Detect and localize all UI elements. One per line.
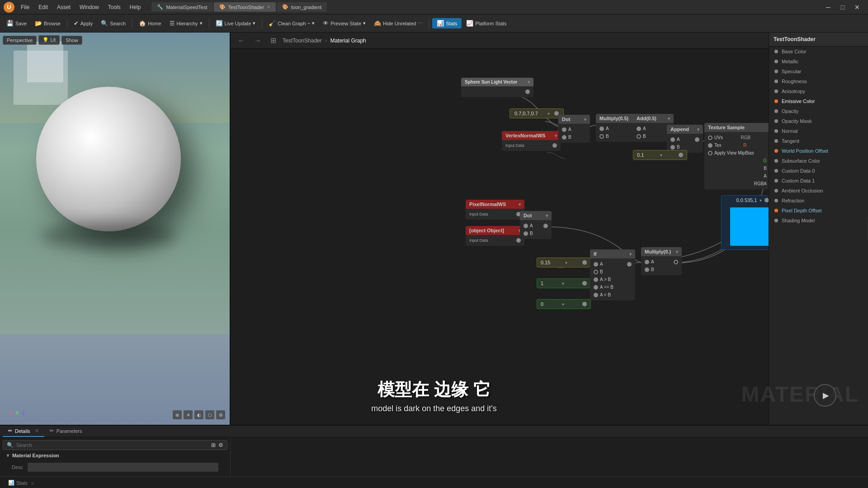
viewport-mode-button[interactable]: Perspective bbox=[3, 36, 37, 45]
palette-pixel-depth[interactable]: Pixel Depth Offset bbox=[769, 206, 868, 216]
node-append[interactable]: Append ▾ A B bbox=[667, 125, 703, 153]
node-sphere-sun-light[interactable]: Sphere Sun Light Vector ▾ bbox=[461, 78, 533, 97]
expand-icon[interactable]: ▾ bbox=[676, 249, 678, 254]
expand-icon[interactable]: ▾ bbox=[760, 198, 762, 203]
palette-label: Normal bbox=[782, 128, 797, 134]
viewport-icon-1[interactable]: ⊕ bbox=[173, 410, 182, 419]
palette-dot bbox=[774, 209, 778, 212]
play-icon: ▶ bbox=[823, 390, 829, 400]
tab-materialspeedtest[interactable]: 🔧 MaterialSpeedTest bbox=[151, 2, 212, 12]
desc-value[interactable] bbox=[28, 463, 218, 472]
expand-icon[interactable]: ▾ bbox=[668, 116, 670, 121]
expand-icon[interactable]: ▾ bbox=[565, 260, 567, 265]
platform-stats-button[interactable]: 📈 Platform Stats bbox=[462, 18, 510, 28]
graph-back-button[interactable]: ← bbox=[235, 36, 248, 46]
maximize-button[interactable]: □ bbox=[835, 2, 850, 12]
details-content: 🔍 ⊞ ⚙ ▼ Material Expression Desc bbox=[0, 437, 231, 476]
expand-icon[interactable]: ▾ bbox=[546, 213, 548, 218]
node-texture-sample[interactable]: Texture Sample ▾ UVs RGB Tex R bbox=[704, 123, 777, 189]
viewport-lighting-button[interactable]: 💡 Lit bbox=[38, 35, 60, 45]
palette-world-pos[interactable]: World Position Offset bbox=[769, 146, 868, 156]
expand-icon[interactable]: ▾ bbox=[584, 117, 586, 122]
close-button[interactable]: ✕ bbox=[850, 2, 864, 12]
close-icon[interactable]: ✕ bbox=[35, 428, 39, 434]
graph-forward-button[interactable]: → bbox=[251, 36, 264, 46]
tab-testtoonshadertab[interactable]: 🎨 TestToonShader ✕ bbox=[214, 2, 276, 12]
menu-edit[interactable]: Edit bbox=[37, 3, 50, 11]
pin-aeqb: A == B bbox=[590, 283, 635, 291]
menu-help[interactable]: Help bbox=[128, 3, 143, 11]
node-graph[interactable]: ← → ⊞ TestToonShader › Material Graph Zo… bbox=[231, 33, 868, 425]
tab-close[interactable]: ✕ bbox=[267, 5, 270, 9]
toggle-icon[interactable]: ▼ bbox=[5, 453, 10, 458]
video-play-button[interactable]: ▶ bbox=[814, 384, 836, 407]
palette-dot bbox=[774, 119, 778, 123]
node-camera-vector[interactable]: [object Object] ▾ Input Data bbox=[466, 226, 524, 246]
clean-graph-button[interactable]: 🧹 Clean Graph ~ ▾ bbox=[265, 18, 318, 28]
search-button[interactable]: 🔍 Search bbox=[97, 18, 129, 28]
node-val-07[interactable]: 0.7,0.7,0.7 ▾ bbox=[509, 108, 564, 118]
expand-icon[interactable]: ▾ bbox=[629, 252, 632, 257]
node-multiply0[interactable]: Multiply(0.) ▾ A B bbox=[641, 247, 682, 275]
palette-emissive[interactable]: Emissive Color bbox=[769, 96, 868, 106]
scene-view[interactable]: Perspective 💡 Lit Show X Y Z ⊕ ☀ ◐ ⬡ bbox=[0, 33, 230, 425]
expand-icon[interactable]: ▾ bbox=[562, 302, 564, 307]
output-dot bbox=[674, 260, 678, 264]
minimize-button[interactable]: ─ bbox=[821, 2, 835, 12]
node-dot1[interactable]: Dot ▾ A B bbox=[558, 115, 590, 143]
node-val-01[interactable]: 0.1 ▾ bbox=[633, 150, 687, 160]
breadcrumb-root[interactable]: TestToonShader bbox=[283, 38, 322, 44]
save-button[interactable]: 💾 Save bbox=[3, 18, 30, 28]
stats-button[interactable]: 📊 Stats bbox=[432, 18, 462, 28]
pin-agb: A > B bbox=[590, 276, 635, 283]
viewport-icon-5[interactable]: ⚙ bbox=[216, 410, 225, 419]
output-dot bbox=[582, 302, 587, 306]
menu-tools[interactable]: Tools bbox=[106, 3, 123, 11]
menu-file[interactable]: File bbox=[19, 3, 31, 11]
expand-icon[interactable]: ▾ bbox=[519, 202, 521, 207]
browse-button[interactable]: 📂 Browse bbox=[31, 18, 64, 28]
node-if[interactable]: If ▾ A B A > B bbox=[590, 249, 635, 300]
tab-parameters[interactable]: ✏ Parameters bbox=[44, 426, 88, 437]
node-val-0[interactable]: 0 ▾ bbox=[537, 299, 591, 309]
tab-details[interactable]: ✏ Details ✕ bbox=[3, 426, 44, 437]
stats-close-icon[interactable]: x bbox=[31, 480, 34, 486]
viewport-icon-3[interactable]: ◐ bbox=[194, 410, 203, 419]
palette-refraction: Refraction bbox=[769, 196, 868, 206]
node-dot2[interactable]: Dot ▾ A B bbox=[520, 211, 552, 239]
tab-toon-gradient[interactable]: 🎨 toon_gradient bbox=[277, 2, 327, 12]
expand-icon[interactable]: ▾ bbox=[660, 153, 662, 158]
grid-icon[interactable]: ⊞ bbox=[211, 442, 216, 448]
expand-icon[interactable]: ▾ bbox=[697, 127, 699, 132]
input-dot-a bbox=[637, 127, 641, 131]
node-val-015[interactable]: 0.15 ▾ bbox=[537, 258, 591, 267]
palette-dot bbox=[774, 199, 778, 202]
menu-asset[interactable]: Asset bbox=[55, 3, 72, 11]
hierarchy-button[interactable]: ☰ Hierarchy ▾ bbox=[166, 18, 206, 28]
expand-icon[interactable]: ▾ bbox=[562, 281, 564, 286]
details-search-input[interactable] bbox=[16, 442, 208, 448]
live-update-button[interactable]: 🔄 Live Update ▾ bbox=[212, 18, 259, 28]
hide-unrelated-button[interactable]: 🙈 Hide Unrelated ⋯ bbox=[370, 18, 426, 28]
viewport-icon-2[interactable]: ☀ bbox=[184, 410, 193, 419]
node-vertex-normal[interactable]: VertexNormalWS ▾ Input Data bbox=[502, 131, 561, 151]
node-val-1[interactable]: 1 ▾ bbox=[537, 278, 591, 288]
node-subtitle: Input Data bbox=[466, 211, 524, 218]
tab-stats[interactable]: 📊 Stats x bbox=[4, 479, 38, 487]
live-update-label: Live Update bbox=[225, 21, 251, 26]
viewport-show-button[interactable]: Show bbox=[61, 36, 82, 45]
expand-icon[interactable]: ▾ bbox=[528, 80, 530, 84]
apply-button[interactable]: ✔ Apply bbox=[70, 18, 97, 28]
expand-icon[interactable]: ▾ bbox=[547, 111, 550, 116]
save-icon: 💾 bbox=[6, 20, 14, 27]
viewport-icon-4[interactable]: ⬡ bbox=[205, 410, 214, 419]
graph-grid-button[interactable]: ⊞ bbox=[268, 35, 279, 46]
menu-window[interactable]: Window bbox=[78, 3, 101, 11]
node-pixel-normal[interactable]: PixelNormalWS ▾ Input Data bbox=[466, 200, 524, 220]
home-button[interactable]: 🏠 Home bbox=[135, 18, 165, 28]
expand-icon[interactable]: ▾ bbox=[555, 133, 557, 138]
hierarchy-label: Hierarchy bbox=[177, 21, 198, 26]
details-search-bar[interactable]: 🔍 ⊞ ⚙ bbox=[3, 440, 227, 450]
preview-state-button[interactable]: 👁 Preview State ▾ bbox=[319, 18, 369, 28]
settings-icon[interactable]: ⚙ bbox=[218, 442, 223, 448]
